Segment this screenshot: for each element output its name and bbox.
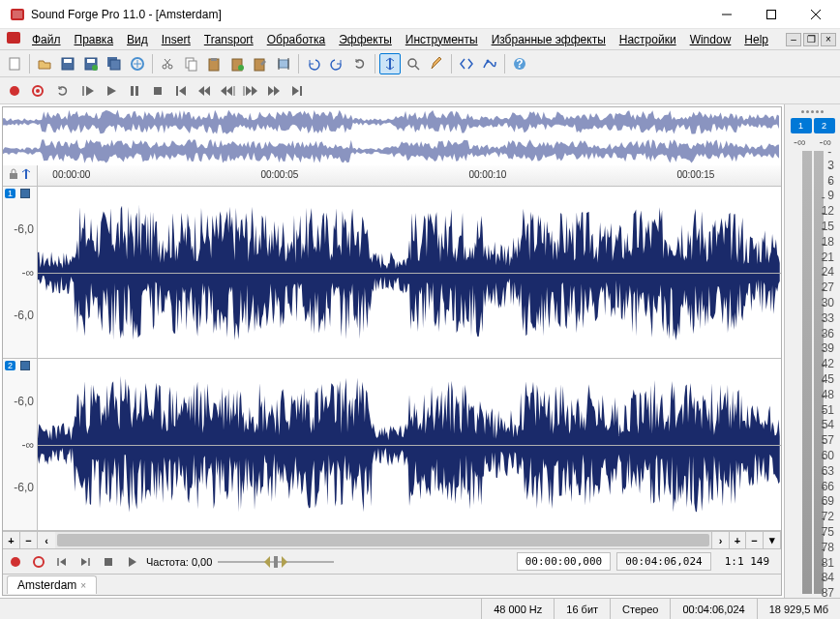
copy-button[interactable] xyxy=(180,53,201,74)
tool-magnify-button[interactable] xyxy=(403,53,424,74)
minimize-button[interactable] xyxy=(705,0,749,28)
close-button[interactable] xyxy=(794,0,838,28)
meter-ch1-button[interactable]: 1 xyxy=(791,118,812,133)
channel-1-collapse[interactable] xyxy=(20,189,30,198)
forward-button[interactable] xyxy=(263,80,285,102)
workspace: 00:00:00 00:00:05 00:00:10 00:00:15 1 -6… xyxy=(0,104,840,598)
save-all-button[interactable] xyxy=(104,53,125,74)
mdi-close-button[interactable]: × xyxy=(821,33,836,46)
tab-amsterdam[interactable]: Amsterdam × xyxy=(7,575,97,594)
new-button[interactable] xyxy=(4,53,25,74)
trim-button[interactable] xyxy=(273,53,294,74)
timecode-end[interactable]: 00:04:06,024 xyxy=(616,552,710,571)
paste-new-button[interactable] xyxy=(226,53,248,74)
menu-edit[interactable]: Правка xyxy=(68,31,121,48)
save-as-button[interactable] xyxy=(80,53,102,74)
scroll-left-button[interactable]: ‹ xyxy=(38,532,55,548)
mdi-restore-button[interactable]: ❐ xyxy=(803,33,819,46)
svg-rect-11 xyxy=(87,59,95,63)
rewind-button[interactable] xyxy=(194,80,215,102)
go-start-button[interactable] xyxy=(170,80,192,102)
repeat-button[interactable] xyxy=(349,53,371,74)
status-sample-rate[interactable]: 48 000 Hz xyxy=(482,599,555,619)
mini-record-button[interactable] xyxy=(7,553,24,571)
mini-stop-button[interactable] xyxy=(100,553,117,571)
mdi-minimize-button[interactable]: – xyxy=(786,33,801,46)
timeline-row: 00:00:00 00:00:05 00:00:10 00:00:15 xyxy=(3,165,781,187)
channel-2-waveform[interactable] xyxy=(38,359,781,530)
tool-edit-button[interactable] xyxy=(379,53,401,74)
app-menu-icon[interactable] xyxy=(6,30,21,48)
vzoom-out-button[interactable]: − xyxy=(20,532,38,548)
mini-go-start-button[interactable] xyxy=(53,553,71,571)
play-all-button[interactable] xyxy=(77,80,99,102)
menu-help[interactable]: Help xyxy=(737,31,775,48)
svg-rect-6 xyxy=(7,32,20,44)
cut-button[interactable] xyxy=(157,53,178,74)
hzoom-in-button[interactable]: + xyxy=(729,532,746,548)
menu-effects[interactable]: Эффекты xyxy=(332,31,399,48)
tool-event-button[interactable] xyxy=(456,53,477,74)
menu-favorites[interactable]: Избранные эффекты xyxy=(485,31,613,48)
scroll-right-button[interactable]: › xyxy=(711,532,729,548)
menu-view[interactable]: Вид xyxy=(120,31,155,48)
menu-tools[interactable]: Инструменты xyxy=(399,31,485,48)
paste-button[interactable] xyxy=(203,53,225,74)
mini-go-end-button[interactable] xyxy=(76,553,94,571)
menu-file[interactable]: Файл xyxy=(25,31,68,48)
menu-window[interactable]: Window xyxy=(683,31,738,48)
zoom-menu-button[interactable]: ▾ xyxy=(764,532,781,548)
meter-grip[interactable] xyxy=(787,106,838,116)
lock-icon[interactable] xyxy=(9,168,18,183)
mini-arm-button[interactable] xyxy=(30,553,47,571)
timecode-start[interactable]: 00:00:00,000 xyxy=(517,552,611,571)
redo-button[interactable] xyxy=(326,53,347,74)
mini-play-button[interactable] xyxy=(123,553,140,571)
publish-button[interactable] xyxy=(127,53,148,74)
tool-pencil-button[interactable] xyxy=(426,53,447,74)
vu-meters[interactable]: - 3- 6- 9- 12- 15- 18- 21- 24- 27- 30- 3… xyxy=(789,151,836,594)
time-ruler[interactable]: 00:00:00 00:00:05 00:00:10 00:00:15 xyxy=(38,165,781,186)
go-end-button[interactable] xyxy=(286,80,308,102)
meter-panel: 1 2 -∞ -∞ - 3- 6- 9- 12- 15- 18- 21- 24-… xyxy=(784,104,840,598)
skip-fwd-button[interactable] xyxy=(240,80,261,102)
channel-2-tag[interactable]: 2 xyxy=(5,361,15,370)
meter-ch2-button[interactable]: 2 xyxy=(814,118,835,133)
hzoom-out-button[interactable]: − xyxy=(746,532,764,548)
save-button[interactable] xyxy=(57,53,78,74)
menu-process[interactable]: Обработка xyxy=(260,31,333,48)
open-button[interactable] xyxy=(34,53,55,74)
menu-bar: Файл Правка Вид Insert Transport Обработ… xyxy=(0,29,840,50)
svg-rect-7 xyxy=(10,58,19,70)
help-context-button[interactable]: ? xyxy=(509,53,530,74)
snap-icon[interactable] xyxy=(20,168,32,183)
status-length[interactable]: 00:04:06,024 xyxy=(671,599,757,619)
play-button[interactable] xyxy=(101,80,122,102)
mix-button[interactable] xyxy=(250,53,271,74)
menu-insert[interactable]: Insert xyxy=(155,31,197,48)
channel-2-collapse[interactable] xyxy=(20,361,30,370)
overview-waveform-ch1 xyxy=(3,107,781,136)
channel-1: 1 -6,0 -∞ -6,0 xyxy=(3,187,781,359)
menu-transport[interactable]: Transport xyxy=(197,31,260,48)
maximize-button[interactable] xyxy=(749,0,794,28)
undo-button[interactable] xyxy=(303,53,324,74)
tab-close-icon[interactable]: × xyxy=(80,580,86,591)
overview-pane[interactable] xyxy=(3,107,781,165)
scrub-slider[interactable] xyxy=(218,554,334,570)
channel-1-tag[interactable]: 1 xyxy=(5,189,15,198)
zoom-ratio[interactable]: 1:1 149 xyxy=(717,553,777,570)
hscrollbar[interactable] xyxy=(55,532,711,548)
stop-button[interactable] xyxy=(147,80,168,102)
tool-envelope-button[interactable] xyxy=(479,53,500,74)
vzoom-in-button[interactable]: + xyxy=(3,532,20,548)
channel-1-waveform[interactable] xyxy=(38,187,781,358)
loop-button[interactable] xyxy=(52,80,74,102)
status-bit-depth[interactable]: 16 бит xyxy=(555,599,611,619)
arm-record-button[interactable] xyxy=(27,80,48,102)
status-channels[interactable]: Стерео xyxy=(611,599,671,619)
menu-options[interactable]: Настройки xyxy=(613,31,683,48)
pause-button[interactable] xyxy=(124,80,145,102)
skip-back-button[interactable] xyxy=(217,80,238,102)
record-button[interactable] xyxy=(4,80,25,102)
